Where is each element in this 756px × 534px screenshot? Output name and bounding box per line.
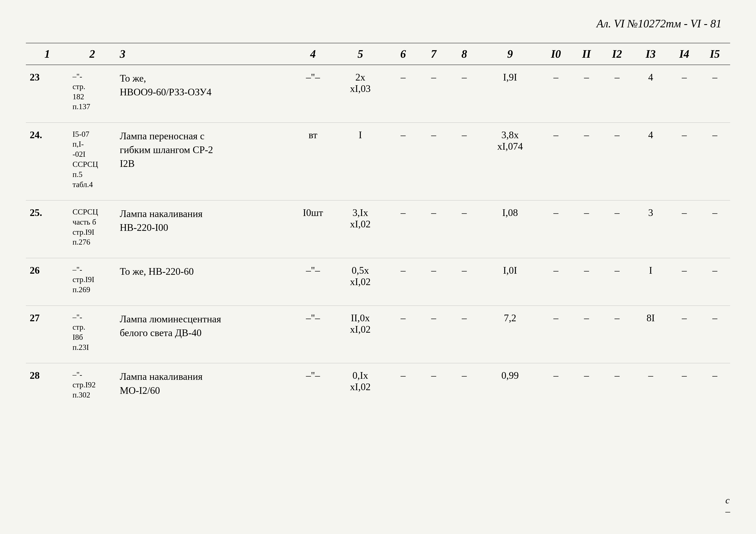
table-cell: – (388, 306, 418, 355)
table-cell: – (418, 306, 449, 355)
table-cell: – (669, 363, 700, 402)
spacer-row (26, 355, 730, 363)
col-header-10: I0 (541, 43, 571, 65)
page-header: Ал. VI №10272тм - VI - 81 (26, 17, 730, 30)
table-cell: – (388, 200, 418, 249)
table-cell: – (541, 363, 571, 402)
table-cell: I (333, 122, 388, 191)
table-cell: 7,2 (479, 306, 541, 355)
table-cell: – (602, 306, 632, 355)
table-cell: – (571, 122, 602, 191)
table-cell: То же,НВОО9-60/РЗЗ-ОЗУ4 (116, 65, 293, 114)
table-cell: –"-стр.I8бп.23I (69, 306, 116, 355)
table-cell: I0шт (293, 200, 333, 249)
table-cell: – (700, 306, 730, 355)
table-cell: – (602, 258, 632, 297)
table-cell: –"-стр.I9Iп.269 (69, 258, 116, 297)
table-cell: – (449, 306, 479, 355)
table-cell: – (632, 363, 669, 402)
table-cell: – (700, 122, 730, 191)
table-cell: Лампа накаливанияНВ-220-I00 (116, 200, 293, 249)
table-container: 1 2 3 4 5 6 7 8 9 I0 II I2 I3 I4 I5 (26, 43, 730, 411)
table-cell: I,0I (479, 258, 541, 297)
spacer-row (26, 191, 730, 200)
col-header-9: 9 (479, 43, 541, 65)
col-header-5: 5 (333, 43, 388, 65)
table-cell: – (418, 258, 449, 297)
col-header-6: 6 (388, 43, 418, 65)
table-row: 27–"-стр.I8бп.23IЛампа люминесцентнаябел… (26, 306, 730, 355)
table-row: 24.I5-07п,I--02IССРСЦп.5табл.4Лампа пере… (26, 122, 730, 191)
table-cell: – (449, 363, 479, 402)
table-cell: 26 (26, 258, 69, 297)
table-row: 25.ССРСЦчасть бстр.I9Iп.276Лампа накалив… (26, 200, 730, 249)
table-cell: – (418, 65, 449, 114)
table-cell: – (602, 363, 632, 402)
table-row: 23–"-стр.182п.137То же,НВОО9-60/РЗЗ-ОЗУ4… (26, 65, 730, 114)
table-cell: – (541, 200, 571, 249)
table-cell: – (541, 122, 571, 191)
spacer-row (26, 402, 730, 411)
col-header-3: 3 (116, 43, 293, 65)
table-cell: – (669, 258, 700, 297)
col-header-8: 8 (449, 43, 479, 65)
table-cell: – (602, 122, 632, 191)
column-headers: 1 2 3 4 5 6 7 8 9 I0 II I2 I3 I4 I5 (26, 43, 730, 65)
table-cell: – (541, 258, 571, 297)
table-cell: –"-стр.182п.137 (69, 65, 116, 114)
table-cell: – (541, 65, 571, 114)
col-header-7: 7 (418, 43, 449, 65)
table-cell: 0,5ххI,02 (333, 258, 388, 297)
table-cell: I (632, 258, 669, 297)
col-header-15: I5 (700, 43, 730, 65)
table-cell: – (602, 200, 632, 249)
col-header-14: I4 (669, 43, 700, 65)
page: Ал. VI №10272тм - VI - 81 1 2 3 4 5 6 7 … (0, 0, 756, 534)
table-cell: 4 (632, 65, 669, 114)
table-cell: – (700, 363, 730, 402)
header-title: Ал. VI №10272тм - VI - 81 (597, 17, 721, 30)
table-cell: 23 (26, 65, 69, 114)
table-cell: – (449, 258, 479, 297)
table-cell: ССРСЦчасть бстр.I9Iп.276 (69, 200, 116, 249)
table-cell: – (388, 258, 418, 297)
table-cell: I,08 (479, 200, 541, 249)
table-cell: –"– (293, 363, 333, 402)
spacer-row (26, 114, 730, 122)
table-cell: –"– (293, 306, 333, 355)
spacer-row (26, 249, 730, 258)
table-cell: – (449, 65, 479, 114)
table-cell: 0,99 (479, 363, 541, 402)
table-cell: 24. (26, 122, 69, 191)
table-cell: – (541, 306, 571, 355)
table-cell: – (449, 200, 479, 249)
col-header-13: I3 (632, 43, 669, 65)
corner-text: с– (725, 495, 730, 517)
table-cell: – (571, 200, 602, 249)
table-cell: – (669, 122, 700, 191)
col-header-4: 4 (293, 43, 333, 65)
table-cell: 4 (632, 122, 669, 191)
table-cell: – (571, 306, 602, 355)
table-cell: –"– (293, 65, 333, 114)
table-cell: – (669, 306, 700, 355)
table-cell: 25. (26, 200, 69, 249)
table-cell: – (418, 363, 449, 402)
table-cell: 28 (26, 363, 69, 402)
table-cell: вт (293, 122, 333, 191)
table-cell: 27 (26, 306, 69, 355)
table-cell: – (388, 363, 418, 402)
table-cell: – (700, 200, 730, 249)
col-header-11: II (571, 43, 602, 65)
table-cell: – (449, 122, 479, 191)
table-cell: – (669, 200, 700, 249)
table-cell: – (571, 258, 602, 297)
table-cell: – (700, 258, 730, 297)
table-cell: 3,8ххI,074 (479, 122, 541, 191)
table-cell: Лампа переносная сгибким шлангом СР-2I2В (116, 122, 293, 191)
table-cell: 2ххI,03 (333, 65, 388, 114)
table-cell: – (388, 65, 418, 114)
table-cell: – (418, 122, 449, 191)
table-cell: 3,IххI,02 (333, 200, 388, 249)
table-cell: – (571, 65, 602, 114)
